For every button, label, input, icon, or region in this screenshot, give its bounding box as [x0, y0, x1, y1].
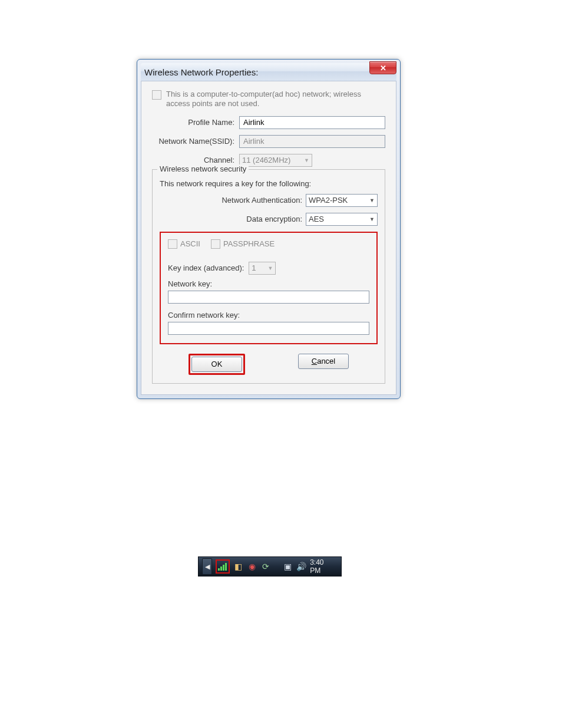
cancel-button[interactable]: Cancel	[298, 354, 349, 369]
adhoc-row: This is a computer-to-computer(ad hoc) n…	[152, 90, 385, 109]
profile-name-input[interactable]	[239, 116, 385, 129]
titlebar[interactable]: Wireless Network Properties: ✕	[141, 63, 396, 81]
auth-value: WPA2-PSK	[309, 196, 348, 205]
passphrase-option[interactable]: PASSPHRASE	[211, 239, 275, 249]
key-index-value: 1	[252, 263, 256, 272]
ssid-label: Network Name(SSID):	[152, 137, 239, 146]
passphrase-label: PASSPHRASE	[223, 239, 275, 248]
tray-app-icon[interactable]: ◧	[233, 561, 243, 572]
confirm-key-input[interactable]	[168, 322, 369, 335]
dialog-title: Wireless Network Properties:	[144, 67, 258, 77]
ssid-input	[239, 135, 385, 148]
security-note: This network requires a key for the foll…	[160, 179, 378, 188]
channel-label: Channel:	[152, 156, 239, 164]
confirm-key-label: Confirm network key:	[168, 311, 369, 319]
chevron-down-icon: ▼	[304, 157, 309, 163]
ssid-row: Network Name(SSID):	[152, 135, 385, 148]
wifi-signal-icon[interactable]	[217, 561, 228, 572]
chevron-down-icon: ▼	[369, 197, 375, 203]
ok-highlight-box: OK	[189, 354, 245, 375]
adhoc-checkbox[interactable]	[152, 90, 161, 100]
network-key-input[interactable]	[168, 291, 369, 304]
channel-value: 11 (2462MHz)	[242, 156, 290, 164]
key-format-row: ASCII PASSPHRASE	[168, 239, 369, 249]
tray-clock[interactable]: 3:40 PM	[310, 558, 338, 575]
key-entry-highlight-box: ASCII PASSPHRASE Key index (advanced): 1…	[160, 232, 378, 344]
chevron-left-icon: ◀	[205, 563, 210, 571]
passphrase-checkbox[interactable]	[211, 239, 220, 249]
channel-combo: 11 (2462MHz) ▼	[239, 154, 312, 167]
security-fieldset: Wireless network security This network r…	[152, 169, 385, 384]
security-legend: Wireless network security	[157, 164, 249, 173]
auth-label: Network Authentication:	[222, 196, 306, 205]
chevron-down-icon: ▼	[369, 216, 375, 222]
encryption-value: AES	[309, 215, 324, 223]
wireless-properties-dialog: Wireless Network Properties: ✕ This is a…	[137, 59, 401, 399]
network-key-label: Network key:	[168, 279, 369, 288]
system-tray: ◀ ◧ ◉ ⟳ ▣ 🔊 3:40 PM	[198, 556, 342, 577]
ascii-option[interactable]: ASCII	[168, 239, 200, 249]
encryption-label: Data encryption:	[246, 215, 306, 223]
close-icon: ✕	[380, 64, 386, 73]
dialog-button-row: OK Cancel	[160, 354, 378, 375]
chevron-down-icon: ▼	[267, 265, 273, 271]
ok-label: OK	[211, 360, 223, 368]
network-icon[interactable]: ▣	[283, 561, 293, 572]
encryption-combo[interactable]: AES ▼	[306, 213, 378, 226]
ascii-checkbox[interactable]	[168, 239, 177, 249]
security-shield-icon[interactable]: ◉	[247, 561, 257, 572]
key-index-row: Key index (advanced): 1 ▼	[168, 262, 369, 275]
dialog-client-area: This is a computer-to-computer(ad hoc) n…	[141, 81, 396, 395]
ascii-label: ASCII	[180, 239, 200, 248]
auth-row: Network Authentication: WPA2-PSK ▼	[160, 194, 378, 207]
update-icon[interactable]: ⟳	[261, 561, 271, 572]
key-index-combo: 1 ▼	[249, 262, 276, 275]
ok-button[interactable]: OK	[191, 357, 242, 372]
cancel-label: Cancel	[312, 357, 335, 365]
adhoc-label: This is a computer-to-computer(ad hoc) n…	[166, 90, 385, 109]
auth-combo[interactable]: WPA2-PSK ▼	[306, 194, 378, 207]
encryption-row: Data encryption: AES ▼	[160, 213, 378, 226]
profile-name-row: Profile Name:	[152, 116, 385, 129]
key-index-label: Key index (advanced):	[168, 263, 244, 272]
tray-expand-button[interactable]: ◀	[202, 558, 212, 575]
profile-name-label: Profile Name:	[152, 118, 239, 127]
wifi-tray-highlight	[216, 559, 230, 574]
close-button[interactable]: ✕	[369, 61, 396, 74]
volume-icon[interactable]: 🔊	[296, 561, 306, 572]
